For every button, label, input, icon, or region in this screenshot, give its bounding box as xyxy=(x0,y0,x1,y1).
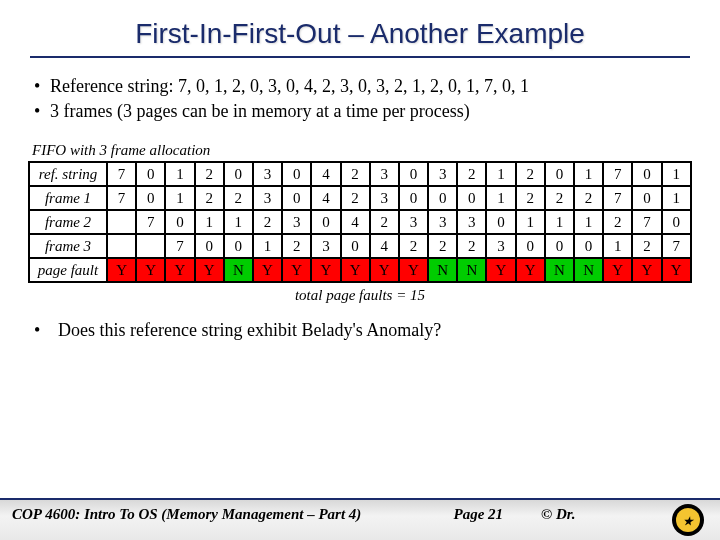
fifo-table-area: FIFO with 3 frame allocation ref. string… xyxy=(0,136,720,306)
table-cell: 3 xyxy=(282,210,311,234)
table-cell: 3 xyxy=(311,234,340,258)
table-cell: 2 xyxy=(574,186,603,210)
table-cell: Y xyxy=(165,258,194,282)
table-cell: 0 xyxy=(224,234,253,258)
table-cell: 0 xyxy=(545,234,574,258)
table-row: page faultYYYYNYYYYYYNNYYNNYYY xyxy=(29,258,691,282)
table-cell: 1 xyxy=(603,234,632,258)
table-cell: Y xyxy=(311,258,340,282)
table-cell: 1 xyxy=(224,210,253,234)
table-cell: 0 xyxy=(457,186,486,210)
table-cell: 7 xyxy=(165,234,194,258)
row-label: ref. string xyxy=(29,162,107,186)
table-cell: Y xyxy=(107,258,136,282)
table-cell: 2 xyxy=(224,186,253,210)
table-cell: 0 xyxy=(486,210,515,234)
table-cell: 2 xyxy=(457,162,486,186)
table-cell: 7 xyxy=(603,186,632,210)
table-cell: N xyxy=(574,258,603,282)
table-cell: Y xyxy=(282,258,311,282)
table-cell: 1 xyxy=(486,186,515,210)
table-cell: 3 xyxy=(253,186,282,210)
footer-page: Page 21 xyxy=(416,506,541,523)
question-text: Does this reference string exhibit Belad… xyxy=(58,320,686,341)
table-cell: 4 xyxy=(370,234,399,258)
table-cell: 3 xyxy=(370,186,399,210)
table-cell: 0 xyxy=(282,162,311,186)
table-cell: 3 xyxy=(486,234,515,258)
total-faults-label: total page faults = 15 xyxy=(28,287,692,304)
table-caption: FIFO with 3 frame allocation xyxy=(28,142,692,159)
bullet-item: • Reference string: 7, 0, 1, 2, 0, 3, 0,… xyxy=(34,76,686,97)
table-cell xyxy=(136,234,165,258)
table-cell: 3 xyxy=(370,162,399,186)
table-cell: 1 xyxy=(662,186,691,210)
table-cell: 0 xyxy=(428,186,457,210)
question-block: • Does this reference string exhibit Bel… xyxy=(0,306,720,341)
table-cell: Y xyxy=(195,258,224,282)
table-cell: Y xyxy=(399,258,428,282)
table-cell: 7 xyxy=(603,162,632,186)
table-cell: 2 xyxy=(282,234,311,258)
table-cell: Y xyxy=(632,258,661,282)
table-cell: 0 xyxy=(311,210,340,234)
table-cell: 1 xyxy=(545,210,574,234)
table-cell: 1 xyxy=(195,210,224,234)
table-cell: 3 xyxy=(399,210,428,234)
table-cell: 2 xyxy=(545,186,574,210)
table-cell: 7 xyxy=(136,210,165,234)
row-label: frame 2 xyxy=(29,210,107,234)
table-cell: 0 xyxy=(282,186,311,210)
table-cell: Y xyxy=(516,258,545,282)
table-cell: 1 xyxy=(486,162,515,186)
table-cell: 0 xyxy=(341,234,370,258)
table-cell: Y xyxy=(253,258,282,282)
table-cell: 3 xyxy=(428,162,457,186)
table-cell: 0 xyxy=(662,210,691,234)
row-label: page fault xyxy=(29,258,107,282)
slide-footer: COP 4600: Intro To OS (Memory Management… xyxy=(0,498,720,540)
table-cell: 1 xyxy=(662,162,691,186)
table-cell xyxy=(107,234,136,258)
table-cell: 7 xyxy=(632,210,661,234)
table-cell: 2 xyxy=(195,186,224,210)
table-cell: 7 xyxy=(662,234,691,258)
table-cell: 1 xyxy=(574,210,603,234)
table-row: frame 27011230423330111270 xyxy=(29,210,691,234)
table-cell: 1 xyxy=(574,162,603,186)
table-row: frame 3700123042223000127 xyxy=(29,234,691,258)
bullet-dot: • xyxy=(34,76,50,97)
table-cell: 3 xyxy=(428,210,457,234)
table-cell: 3 xyxy=(457,210,486,234)
table-cell: 3 xyxy=(253,162,282,186)
table-cell xyxy=(107,210,136,234)
table-cell: 0 xyxy=(136,186,165,210)
table-cell: 2 xyxy=(603,210,632,234)
table-cell: 2 xyxy=(195,162,224,186)
table-cell: Y xyxy=(603,258,632,282)
bullet-text: 3 frames (3 pages can be in memory at a … xyxy=(50,101,686,122)
table-cell: 2 xyxy=(399,234,428,258)
table-cell: 1 xyxy=(516,210,545,234)
table-cell: 0 xyxy=(136,162,165,186)
bullet-text: Reference string: 7, 0, 1, 2, 0, 3, 0, 4… xyxy=(50,76,686,97)
table-cell: 2 xyxy=(341,162,370,186)
bullet-dot: • xyxy=(34,320,58,341)
table-cell: 4 xyxy=(311,186,340,210)
table-cell: 0 xyxy=(195,234,224,258)
table-cell: 2 xyxy=(457,234,486,258)
table-cell: Y xyxy=(136,258,165,282)
table-cell: 0 xyxy=(632,162,661,186)
table-cell: N xyxy=(545,258,574,282)
table-row: ref. string70120304230321201701 xyxy=(29,162,691,186)
table-row: frame 170122304230001222701 xyxy=(29,186,691,210)
table-cell: 0 xyxy=(545,162,574,186)
table-cell: 0 xyxy=(399,162,428,186)
table-cell: 7 xyxy=(107,162,136,186)
table-cell: Y xyxy=(341,258,370,282)
table-cell: 0 xyxy=(632,186,661,210)
table-cell: 2 xyxy=(632,234,661,258)
table-cell: Y xyxy=(662,258,691,282)
table-cell: 2 xyxy=(253,210,282,234)
table-cell: 4 xyxy=(311,162,340,186)
